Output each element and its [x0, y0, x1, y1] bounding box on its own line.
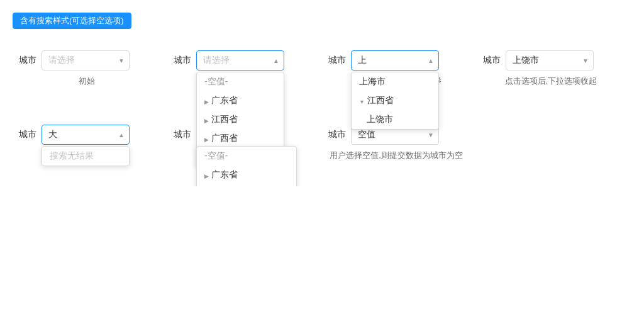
select-selected[interactable]: 上饶市 — [506, 50, 594, 70]
dropdown-item-shangrao-1[interactable]: 上饶市 — [352, 110, 438, 129]
select-open[interactable]: 请选择 -空值- 广东省 江西省 广西省 — [196, 50, 284, 70]
search-input-3[interactable] — [351, 50, 439, 70]
dropdown-item-jiangxi-2[interactable]: 江西省 — [197, 184, 296, 186]
select-initial[interactable]: 请选择 — [42, 50, 130, 70]
arrow-up-icon-2 — [273, 57, 279, 64]
dropdown-reopen: -空值- 广东省 江西省 南昌市 hover 上饶市 — [196, 146, 297, 186]
section-no-result: 城市 ▲ 搜索无结果 搜索无结果 — [13, 118, 167, 174]
header-badge: 含有搜索样式(可选择空选项) — [13, 13, 131, 29]
arrow-up-icon-3: ▲ — [428, 57, 434, 64]
caption-null-selected: 用户选择空值,则提交数据为城市为空 — [328, 150, 464, 161]
dropdown-search: 上海市 江西省 上饶市 — [351, 72, 439, 130]
arrow-down-icon-1 — [118, 57, 125, 64]
select-input-open[interactable]: 请选择 — [196, 50, 284, 70]
dropdown-item-shanghai[interactable]: 上海市 — [352, 72, 438, 91]
arrow-down-icon-7 — [428, 132, 434, 138]
section-selected: 城市 上饶市 点击选项后,下拉选项收起 — [477, 44, 631, 99]
expand-icon-1 — [204, 96, 209, 106]
section-empty — [477, 118, 631, 174]
null-value-display: 空值 — [358, 129, 375, 140]
select-search[interactable]: ▲ 上海市 江西省 上饶市 — [351, 50, 439, 70]
no-result-dropdown: 搜索无结果 — [42, 146, 130, 166]
section-open: 城市 请选择 -空值- 广东省 江西省 — [167, 44, 322, 99]
caption-selected: 点击选项后,下拉选项收起 — [483, 76, 619, 87]
expand-icon-3 — [204, 133, 209, 144]
section-initial: 城市 请选择 初始 — [13, 44, 167, 99]
dropdown-item-null-1[interactable]: -空值- — [197, 72, 284, 91]
section-search-result: 城市 ▲ 上海市 江西省 上饶市 输入关键词出现匹配枚举 — [322, 44, 477, 99]
label-city-6: 城市 — [174, 129, 191, 140]
label-city-1: 城市 — [19, 55, 36, 66]
search-input-5[interactable] — [42, 125, 130, 145]
label-city-7: 城市 — [328, 129, 346, 140]
label-city-5: 城市 — [19, 129, 36, 140]
expand-icon-gd — [204, 170, 209, 180]
dropdown-item-jiangxi-1[interactable]: 江西省 — [197, 110, 284, 129]
dropdown-item-null-2[interactable]: -空值- — [197, 147, 296, 166]
dropdown-item-guangdong[interactable]: 广东省 — [197, 91, 284, 110]
arrow-down-icon-4 — [582, 57, 589, 64]
placeholder-initial: 请选择 — [48, 55, 75, 66]
caption-initial: 初始 — [19, 76, 155, 87]
dropdown-item-guangxi[interactable]: 广西省 — [197, 129, 284, 148]
select-no-result[interactable]: ▲ 搜索无结果 — [42, 125, 130, 145]
expand-icon-2 — [204, 115, 209, 125]
arrow-up-icon-5: ▲ — [118, 132, 125, 138]
label-city-4: 城市 — [483, 55, 501, 66]
select-input-selected[interactable]: 上饶市 — [506, 50, 594, 70]
label-city-3: 城市 — [328, 55, 346, 66]
expand-icon-jiangxi — [359, 96, 365, 106]
search-placeholder-2: 请选择 — [203, 55, 230, 66]
selected-value-4: 上饶市 — [513, 55, 539, 66]
select-input-initial[interactable]: 请选择 — [42, 50, 130, 70]
dropdown-item-guangdong-2[interactable]: 广东省 — [197, 166, 296, 184]
dropdown-item-jiangxi-open[interactable]: 江西省 — [352, 91, 438, 110]
label-city-2: 城市 — [174, 55, 191, 66]
